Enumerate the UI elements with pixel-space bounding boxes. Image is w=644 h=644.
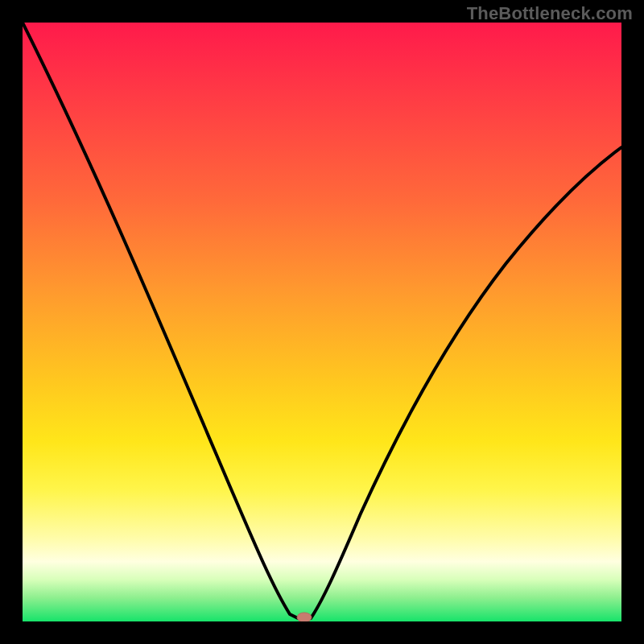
curve-path	[23, 23, 621, 618]
plot-area	[23, 23, 621, 621]
minimum-marker	[297, 613, 312, 621]
bottleneck-curve	[23, 23, 621, 621]
watermark-text: TheBottleneck.com	[467, 3, 633, 24]
chart-frame: TheBottleneck.com	[0, 0, 644, 644]
